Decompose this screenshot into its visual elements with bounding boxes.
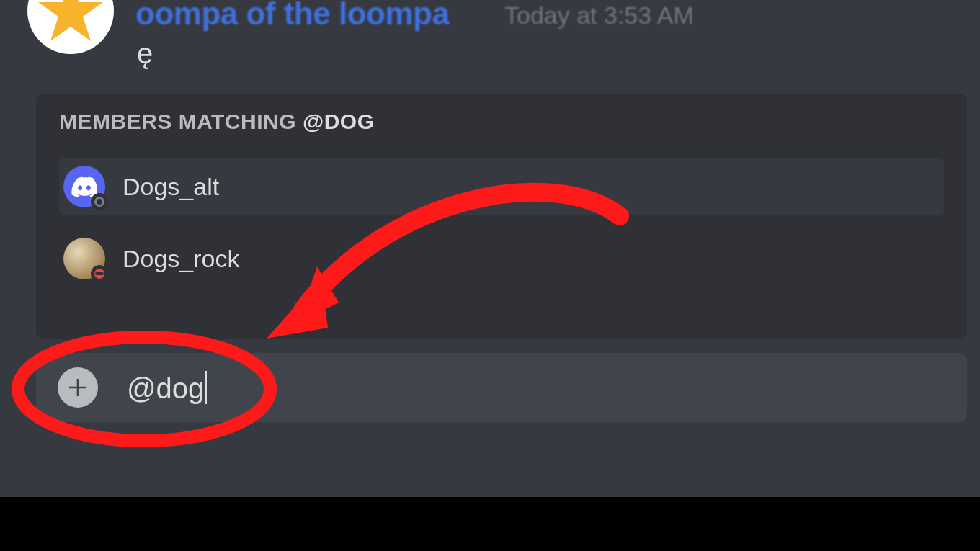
mention-autocomplete-panel: MEMBERS MATCHING @dog Dogs_alt Dogs_rock — [36, 94, 967, 339]
autocomplete-item-name: Dogs_rock — [122, 245, 240, 273]
autocomplete-header: MEMBERS MATCHING @dog — [59, 109, 375, 134]
attach-button[interactable] — [58, 367, 98, 408]
autocomplete-header-prefix: MEMBERS MATCHING — [59, 109, 303, 133]
message-input-text[interactable]: @dog — [127, 371, 207, 405]
status-dnd-icon — [91, 265, 108, 282]
autocomplete-item[interactable]: Dogs_alt — [59, 158, 944, 215]
autocomplete-header-query: @dog — [303, 109, 375, 133]
letterbox-bottom — [0, 497, 980, 551]
star-icon — [35, 0, 107, 47]
status-offline-icon — [91, 193, 108, 210]
autocomplete-item[interactable]: Dogs_rock — [59, 230, 944, 287]
member-avatar — [63, 238, 105, 279]
member-avatar — [63, 166, 105, 207]
message-input-value: @dog — [127, 372, 204, 404]
message-author-name[interactable]: oompa of the loompa — [135, 0, 449, 32]
text-caret — [205, 371, 207, 404]
discord-logo-icon — [71, 176, 97, 197]
message-author-avatar[interactable] — [27, 0, 114, 54]
chat-message: oompa of the loompa Today at 3:53 AM ę — [0, 0, 980, 86]
discord-chat-area: oompa of the loompa Today at 3:53 AM ę M… — [0, 0, 980, 497]
message-input-bar[interactable]: @dog — [36, 353, 967, 422]
plus-icon — [66, 376, 89, 399]
message-content: ę — [137, 37, 153, 70]
autocomplete-item-name: Dogs_alt — [122, 173, 219, 201]
svg-marker-0 — [38, 0, 103, 41]
message-timestamp: Today at 3:53 AM — [504, 1, 694, 30]
